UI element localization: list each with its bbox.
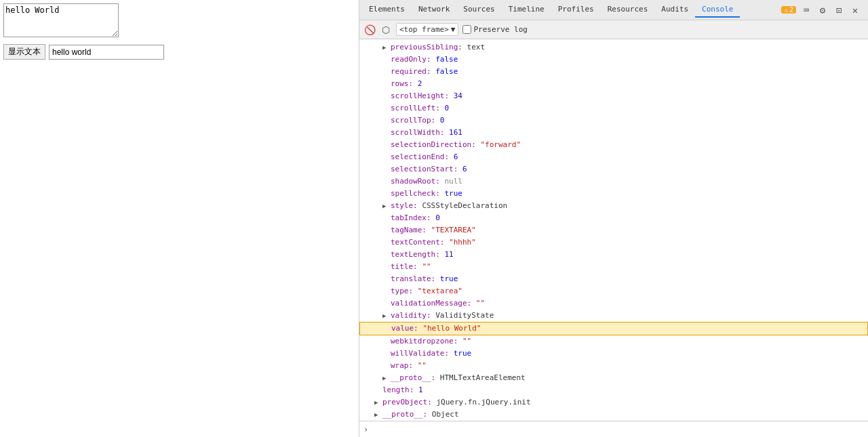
no-entry-icon[interactable]: 🚫: [363, 24, 376, 36]
console-line[interactable]: spellcheck: true: [359, 188, 868, 200]
console-line[interactable]: selectionEnd: 6: [359, 151, 868, 163]
console-line[interactable]: scrollTop: 0: [359, 115, 868, 127]
tab-audits[interactable]: Audits: [654, 2, 695, 18]
console-line[interactable]: required: false: [359, 66, 868, 78]
expand-arrow[interactable]: [382, 373, 391, 383]
expand-arrow[interactable]: [382, 310, 391, 321]
prop-key: wrap:: [391, 361, 413, 370]
console-line[interactable]: length: 1: [359, 384, 868, 396]
show-text-button[interactable]: 显示文本: [3, 44, 45, 60]
prop-value: 1: [418, 386, 423, 394]
console-line[interactable]: webkitdropzone: "": [359, 335, 868, 348]
textarea-container: hello World: [3, 3, 355, 37]
prop-key: tabIndex:: [391, 213, 431, 222]
console-line[interactable]: prevObject: jQuery.fn.jQuery.init: [359, 396, 868, 409]
console-line[interactable]: title: "": [359, 261, 868, 273]
expand-arrow[interactable]: [382, 201, 391, 211]
console-input-row: ›: [359, 421, 868, 437]
tab-resources[interactable]: Resources: [601, 2, 655, 18]
prop-value: HTMLTextAreaElement: [440, 373, 526, 382]
close-icon[interactable]: ✕: [849, 4, 861, 16]
console-icon[interactable]: ⌨: [800, 4, 812, 16]
settings-icon[interactable]: ⚙: [816, 4, 829, 16]
tab-console[interactable]: Console: [695, 2, 740, 18]
console-line[interactable]: type: "textarea": [359, 285, 868, 297]
console-line[interactable]: shadowRoot: null: [359, 175, 868, 188]
expand-arrow[interactable]: [374, 409, 382, 420]
console-line[interactable]: wrap: "": [359, 360, 868, 372]
console-line[interactable]: validity: ValidityState: [359, 310, 868, 322]
prop-value: true: [444, 189, 462, 198]
expand-arrow[interactable]: [382, 42, 391, 53]
console-line[interactable]: scrollLeft: 0: [359, 102, 868, 115]
console-output[interactable]: onwheel: nullouterHTML: "<textarea id=\"…: [359, 39, 868, 421]
tab-sources[interactable]: Sources: [456, 2, 501, 18]
console-line[interactable]: rows: 2: [359, 78, 868, 90]
prop-value: false: [435, 55, 458, 64]
console-line[interactable]: scrollWidth: 161: [359, 127, 868, 139]
prop-value: "forward": [480, 140, 521, 149]
prop-value: true: [440, 274, 458, 283]
console-line[interactable]: textLength: 11: [359, 249, 868, 261]
prop-key: prevObject:: [382, 398, 432, 407]
prop-key: webkitdropzone:: [391, 337, 458, 346]
prop-value: true: [454, 349, 472, 358]
tab-timeline[interactable]: Timeline: [502, 2, 551, 18]
prop-key: value:: [391, 324, 418, 333]
console-line[interactable]: tabIndex: 0: [359, 212, 868, 224]
prop-value: jQuery.fn.jQuery.init: [436, 398, 530, 407]
console-line[interactable]: scrollHeight: 34: [359, 90, 868, 102]
console-input[interactable]: [371, 425, 864, 434]
console-prompt: ›: [363, 425, 368, 434]
prop-key: validationMessage:: [391, 299, 471, 308]
prop-key: title:: [391, 262, 418, 271]
prop-key: scrollHeight:: [391, 91, 449, 100]
tab-network[interactable]: Network: [412, 2, 456, 18]
devtools-panel: Elements Network Sources Timeline Profil…: [359, 0, 868, 437]
prop-key: validity:: [391, 311, 431, 320]
prop-value: 161: [449, 128, 462, 137]
filter-icon[interactable]: ⬡: [380, 24, 392, 36]
console-line[interactable]: style: CSSStyleDeclaration: [359, 200, 868, 212]
expand-arrow[interactable]: [374, 397, 382, 408]
frame-selector[interactable]: <top frame> ▼: [396, 23, 458, 36]
console-line[interactable]: willValidate: true: [359, 348, 868, 360]
console-line[interactable]: selectionDirection: "forward": [359, 139, 868, 151]
tab-profiles[interactable]: Profiles: [551, 2, 601, 18]
preserve-log-label[interactable]: Preserve log: [462, 25, 527, 34]
console-line[interactable]: validationMessage: "": [359, 297, 868, 310]
prop-key: tagName:: [391, 226, 427, 234]
console-line[interactable]: previousSibling: text: [359, 41, 868, 54]
prop-key: rows:: [391, 79, 413, 88]
prop-key: textContent:: [391, 238, 444, 247]
console-line[interactable]: selectionStart: 6: [359, 163, 868, 175]
prop-value: "hello World": [422, 324, 481, 333]
prop-key: scrollTop:: [391, 116, 435, 125]
output-input[interactable]: [49, 45, 164, 60]
console-line[interactable]: translate: true: [359, 273, 868, 285]
prop-key: type:: [391, 287, 413, 295]
console-line[interactable]: tagName: "TEXTAREA": [359, 224, 868, 236]
prop-value: 11: [444, 250, 453, 259]
prop-key: textLength:: [391, 250, 440, 259]
prop-value: "": [422, 262, 431, 271]
prop-value: text: [467, 43, 486, 51]
prop-key: previousSibling:: [391, 43, 462, 51]
js-textarea[interactable]: hello World: [3, 3, 119, 37]
prop-value: "hhhh": [449, 238, 476, 247]
tab-elements[interactable]: Elements: [362, 2, 412, 18]
dock-icon[interactable]: ⊡: [833, 4, 845, 16]
left-controls: 显示文本: [3, 44, 355, 60]
console-line[interactable]: value: "hello World": [359, 322, 868, 335]
console-line[interactable]: readOnly: false: [359, 54, 868, 66]
prop-value: 6: [462, 165, 467, 173]
console-line[interactable]: __proto__: HTMLTextAreaElement: [359, 372, 868, 384]
console-line[interactable]: textContent: "hhhh": [359, 236, 868, 249]
console-line[interactable]: __proto__: Object: [359, 409, 868, 421]
prop-value: "": [418, 361, 427, 370]
prop-key: required:: [391, 67, 431, 76]
prop-key: translate:: [391, 274, 435, 283]
preserve-log-checkbox[interactable]: [462, 25, 471, 34]
prop-value: false: [435, 67, 458, 76]
prop-value: ValidityState: [435, 311, 494, 320]
